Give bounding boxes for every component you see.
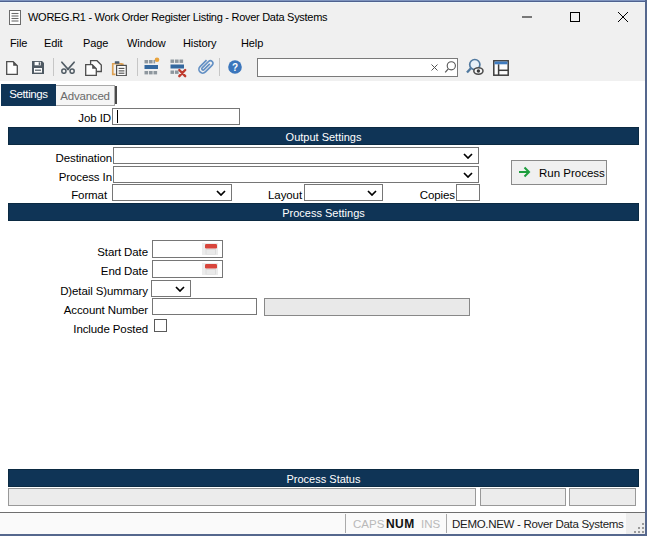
svg-text:?: ? [232,62,238,73]
